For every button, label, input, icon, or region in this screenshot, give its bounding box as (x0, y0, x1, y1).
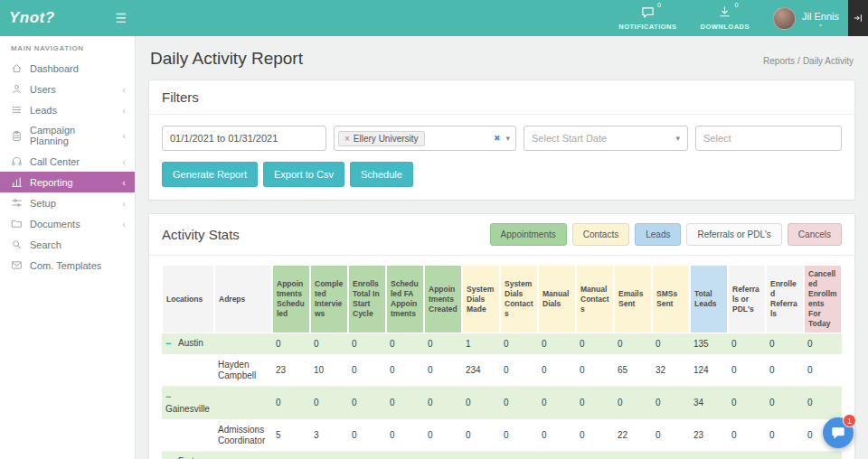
column-header-system-dials-made: System Dials Made (462, 265, 500, 333)
breadcrumb-section[interactable]: Reports (763, 56, 795, 66)
breadcrumb: Reports/Daily Activity (763, 56, 854, 66)
sidebar-item-documents[interactable]: Documents‹ (0, 213, 135, 234)
university-multiselect[interactable]: × Ellery University ✖ ▾ (334, 126, 516, 151)
chat-bubble-icon (831, 426, 845, 440)
notifications-label: NOTIFICATIONS (618, 23, 676, 31)
value-cell-manual-dials: 0 (538, 452, 576, 459)
notifications-button[interactable]: 0 NOTIFICATIONS (618, 5, 676, 31)
downloads-button[interactable]: 0 DOWNLOADS (701, 5, 750, 31)
stat-filter-appointments[interactable]: Appointments (490, 223, 567, 246)
stat-filter-cancels[interactable]: Cancels (788, 223, 842, 246)
sidebar-item-label: Documents (30, 219, 80, 230)
value-cell-system-dials-contacts: 0 (500, 387, 538, 419)
stat-filter-contacts[interactable]: Contacts (572, 223, 629, 246)
value-cell-completed-interviews: 0 (310, 333, 348, 355)
value-cell-scheduled-fa-appointments: 0 (386, 333, 424, 355)
sidebar-item-call-center[interactable]: Call Center‹ (0, 151, 135, 172)
selected-university-tag[interactable]: × Ellery University (338, 131, 425, 146)
sidebar-item-search[interactable]: Search (0, 234, 135, 255)
sidebar-item-label: Leads (30, 105, 57, 116)
sidebar-item-campaign-planning[interactable]: Campaign Planning‹ (0, 120, 135, 151)
value-cell-cancelled-enrollments-for-today: 0 (804, 333, 842, 355)
sidebar-item-dashboard[interactable]: Dashboard (0, 58, 135, 79)
collapse-row-icon[interactable]: − (165, 391, 175, 403)
column-header-smss-sent: SMSs Sent (652, 265, 690, 333)
caret-down-icon[interactable]: ▾ (505, 134, 510, 143)
app-logo[interactable]: Ynot? (9, 9, 55, 27)
value-cell-manual-contacts: 0 (576, 355, 614, 387)
generate-report-button[interactable]: Generate Report (162, 162, 258, 187)
table-row-austin: −Austin00000100000135000 (162, 333, 842, 355)
value-cell-enrolled-referrals: 0 (766, 452, 804, 459)
sidebar: MAIN NAVIGATION DashboardUsers‹Leads‹Cam… (0, 36, 136, 459)
value-cell-completed-interviews: 0 (310, 387, 348, 419)
value-cell-system-dials-made: 1 (462, 452, 500, 459)
download-icon: 0 (718, 5, 731, 21)
clear-selection-icon[interactable]: ✖ (494, 134, 501, 143)
value-cell-scheduled-fa-appointments: 0 (386, 420, 424, 452)
chat-widget-button[interactable]: 1 (823, 417, 854, 448)
table-row-fort-lauderdale: +Fort Lauderdale000001000000000 (162, 452, 842, 459)
value-cell-manual-contacts: 0 (576, 420, 614, 452)
sidebar-item-users[interactable]: Users‹ (0, 79, 135, 99)
value-cell-enrolls-total-in-start-cycle: 0 (348, 387, 386, 419)
remove-tag-icon[interactable]: × (344, 134, 350, 144)
adrep-cell: Hayden Campbell (214, 355, 272, 387)
location-cell: +Fort Lauderdale (162, 452, 214, 459)
activity-stats-heading: Activity Stats (162, 227, 240, 242)
export-csv-button[interactable]: Export to Csv (263, 162, 344, 187)
adrep-cell (214, 333, 272, 355)
value-cell-emails-sent: 65 (614, 355, 652, 387)
value-cell-total-leads: 124 (690, 355, 728, 387)
column-header-emails-sent: Emails Sent (614, 265, 652, 333)
menu-toggle-icon[interactable]: ☰ (115, 11, 127, 25)
extra-select-input[interactable] (695, 126, 842, 151)
notifications-bubble-icon: 0 (641, 5, 655, 21)
value-cell-manual-dials: 0 (538, 355, 576, 387)
sidebar-item-label: Com. Templates (30, 260, 101, 271)
value-cell-total-leads: 135 (690, 333, 728, 355)
breadcrumb-current: Daily Activity (803, 56, 854, 66)
value-cell-enrolled-referrals: 0 (766, 333, 804, 355)
sidebar-item-label: Dashboard (30, 63, 79, 74)
chevron-left-icon: ‹ (122, 84, 126, 95)
value-cell-smss-sent: 0 (652, 420, 690, 452)
value-cell-appointments-created: 0 (424, 420, 462, 452)
chevron-down-icon: ⌄ (817, 22, 824, 26)
expand-row-icon[interactable]: + (165, 456, 175, 459)
value-cell-system-dials-contacts: 0 (500, 420, 538, 452)
column-header-scheduled-fa-appointments: Scheduled FA Appointments (386, 265, 424, 333)
sidebar-item-com-templates[interactable]: Com. Templates (0, 255, 135, 276)
value-cell-appointments-created: 0 (424, 452, 462, 459)
collapse-row-icon[interactable]: − (165, 338, 175, 350)
panel-toggle-button[interactable] (848, 0, 868, 36)
stat-filter-referrals-or-pdl-s[interactable]: Referrals or PDL's (686, 223, 781, 246)
sidebar-item-leads[interactable]: Leads‹ (0, 99, 135, 120)
value-cell-scheduled-fa-appointments: 0 (386, 355, 424, 387)
tag-label: Ellery University (354, 134, 419, 144)
value-cell-appointments-created: 0 (424, 355, 462, 387)
value-cell-referrals-or-pdl-s: 0 (728, 355, 766, 387)
downloads-badge: 0 (734, 2, 738, 8)
value-cell-manual-contacts: 0 (576, 333, 614, 355)
value-cell-enrolls-total-in-start-cycle: 0 (348, 420, 386, 452)
value-cell-enrolls-total-in-start-cycle: 0 (348, 355, 386, 387)
activity-table: LocationsAdrepsAppointments ScheduledCom… (162, 265, 842, 459)
start-date-select[interactable]: Select Start Date ▾ (524, 126, 688, 151)
schedule-button[interactable]: Schedule (350, 162, 413, 187)
nav-section-label: MAIN NAVIGATION (0, 36, 135, 58)
activity-stats-card: Activity Stats AppointmentsContactsLeads… (148, 213, 855, 459)
sidebar-item-setup[interactable]: Setup‹ (0, 192, 135, 213)
user-icon (11, 83, 23, 95)
value-cell-system-dials-made: 0 (462, 420, 500, 452)
column-header-appointments-created: Appointments Created (424, 265, 462, 333)
sidebar-item-reporting[interactable]: Reporting‹ (0, 172, 135, 192)
column-header-enrolls-total-in-start-cycle: Enrolls Total In Start Cycle (348, 265, 386, 333)
user-menu[interactable]: Jil Ennis ⌄ (773, 7, 839, 30)
date-range-input[interactable] (162, 126, 326, 151)
value-cell-appointments-created: 0 (424, 387, 462, 419)
location-cell: −Austin (162, 333, 214, 355)
stat-filter-leads[interactable]: Leads (635, 223, 681, 246)
value-cell-smss-sent: 0 (652, 333, 690, 355)
chevron-left-icon: ‹ (122, 177, 126, 188)
